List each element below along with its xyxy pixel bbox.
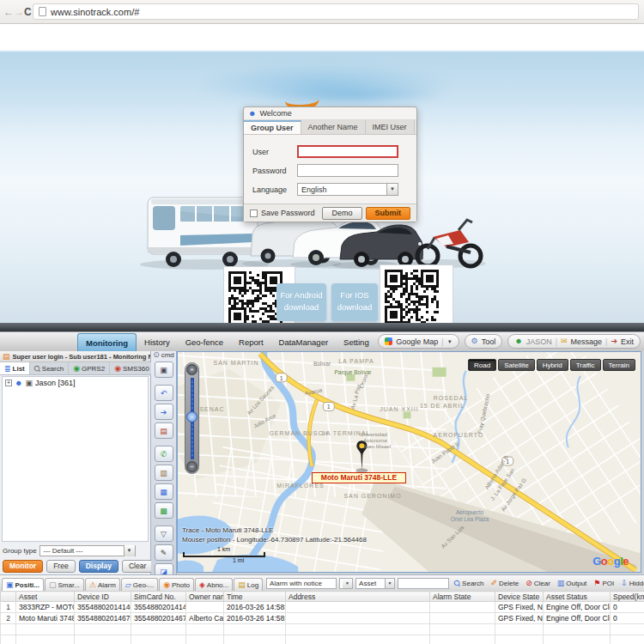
map-zoom-slider[interactable]: + − — [185, 362, 199, 474]
column-header[interactable]: Speed(km/h) — [611, 592, 644, 602]
group-type-select[interactable]: --- Default --- ▼ — [39, 545, 136, 556]
bottom-tab-photo[interactable]: ◉Photo — [159, 578, 194, 591]
zoom-handle[interactable] — [186, 411, 197, 422]
map-provider-select[interactable]: Google Map | ▼ — [378, 334, 459, 349]
poi-button[interactable]: ⚑POI — [591, 577, 617, 589]
column-header[interactable]: SimCard No. — [131, 592, 186, 602]
cmd-button-report[interactable]: ▤ — [155, 422, 173, 439]
cmd-button-phone[interactable]: ✆ — [155, 446, 173, 462]
app-tab-datamanager[interactable]: DataManager — [271, 333, 337, 351]
app-tab-history[interactable]: History — [137, 333, 178, 351]
group-type-value: --- Default --- — [44, 547, 83, 555]
address-bar[interactable]: www.sinotrack.com/# — [33, 3, 639, 20]
bottom-tab-geo-[interactable]: ▱Geo-... — [121, 578, 158, 591]
marker-label[interactable]: Moto Maruti 3748-LLE — [312, 472, 406, 483]
cmd-button-image[interactable]: ▩ — [155, 502, 173, 519]
hidden-button[interactable]: ⇩Hidden — [618, 577, 644, 589]
tree-item-jason[interactable]: + ☻ ▣ Jason [361] — [3, 377, 148, 389]
column-header[interactable]: Asset — [16, 592, 75, 602]
bottom-tab-positi[interactable]: ▣Positi... — [2, 578, 44, 591]
chevron-down-icon[interactable]: ▼ — [447, 339, 453, 344]
photo2-icon: ◉ — [163, 581, 170, 589]
cmd-button-send[interactable]: ➔ — [155, 404, 173, 420]
alarm-notice-combo[interactable]: Alarm with notice — [266, 578, 337, 589]
monitor-button[interactable]: Monitor — [3, 560, 43, 573]
column-header[interactable]: Alarm State — [430, 592, 495, 602]
map-type-hybrid[interactable]: Hybrid — [537, 359, 568, 371]
column-header[interactable]: Owner name — [186, 592, 224, 602]
asset-combo[interactable]: Asset ▼ — [355, 578, 395, 589]
reload-icon[interactable]: C — [24, 0, 32, 24]
table-row[interactable]: 2Moto Maruti 3748-LL35548802014676935548… — [1, 613, 644, 624]
exit-button[interactable]: Exit — [621, 337, 634, 346]
chevron-down-icon[interactable]: ▼ — [386, 184, 398, 195]
map-type-terrain[interactable]: Terrain — [603, 359, 635, 371]
column-header[interactable]: Asset Status — [544, 592, 611, 602]
left-tab-sms360[interactable]: ◉SMS360 — [110, 362, 155, 374]
forward-icon[interactable]: → — [14, 0, 24, 24]
back-icon[interactable]: ← — [3, 0, 14, 24]
user-input[interactable] — [297, 145, 398, 158]
cmd-button-screen[interactable]: ▣ — [155, 361, 173, 378]
display-button[interactable]: Display — [79, 560, 118, 573]
message-button[interactable]: Message — [571, 337, 603, 346]
clear-button[interactable]: Clear — [122, 560, 153, 573]
language-select[interactable]: English ▼ — [297, 183, 398, 196]
delete-button[interactable]: ✐Delete — [488, 577, 521, 589]
save-password-checkbox[interactable] — [250, 210, 258, 217]
map-type-traffic[interactable]: Traffic — [570, 359, 601, 371]
bottom-tab-log[interactable]: ▤Log — [234, 578, 263, 591]
chevron-down-icon[interactable]: ▼ — [124, 545, 135, 556]
page-root: ← → C www.sinotrack.com/# — [0, 0, 644, 644]
bottom-tab-label: Geo-... — [133, 581, 154, 589]
zoom-out-button[interactable]: − — [186, 461, 197, 472]
column-header[interactable]: Device State — [495, 592, 544, 602]
tool-button[interactable]: ⚙ Tool — [465, 334, 503, 349]
left-tab-list[interactable]: ≣List — [0, 362, 30, 374]
free-button[interactable]: Free — [46, 560, 75, 573]
bottom-tab-abno[interactable]: ◈Abno... — [195, 578, 233, 591]
password-input[interactable] — [297, 164, 398, 177]
map-type-satellite[interactable]: Satellite — [498, 359, 534, 371]
tree-expander-icon[interactable]: + — [5, 380, 12, 386]
app-tab-setting[interactable]: Setting — [336, 333, 377, 351]
tab-another-name[interactable]: Another Name — [301, 120, 366, 134]
column-header[interactable] — [1, 592, 16, 602]
cmd-button-reply[interactable]: ↶ — [155, 385, 173, 401]
column-header[interactable]: Time — [224, 592, 286, 602]
bottom-tab-label: Positi... — [15, 581, 39, 589]
table-row[interactable]: 13833RZP - MOTO3554880201414083554880201… — [1, 602, 644, 613]
cmd-button-card[interactable]: ▥ — [155, 465, 173, 481]
zoom-in-button[interactable]: + — [186, 364, 197, 375]
cmd-button-photo[interactable]: ▦ — [155, 483, 173, 500]
login-dialog-title: Welcome — [259, 109, 291, 118]
reply-icon: ↶ — [161, 389, 167, 398]
mini-combo[interactable]: ▼ — [339, 578, 353, 589]
map-type-road[interactable]: Road — [468, 359, 496, 371]
output-button[interactable]: ▥Output — [555, 577, 590, 589]
tab-group-user[interactable]: Group User — [244, 120, 301, 134]
submit-button[interactable]: Submit — [366, 207, 411, 220]
column-header[interactable]: Address — [286, 592, 430, 602]
app-tab-report[interactable]: Report — [231, 333, 271, 351]
left-tab-search[interactable]: ϘSearch — [30, 362, 69, 374]
chevron-down-icon[interactable]: ▼ — [385, 579, 394, 588]
tab-imei-user[interactable]: IMEI User — [366, 120, 415, 134]
search-button[interactable]: ϘSearch — [452, 577, 486, 589]
bottom-tab-alarm[interactable]: ⚠Alarm — [85, 578, 120, 591]
column-header[interactable]: Device ID — [75, 592, 131, 602]
chevron-down-icon[interactable]: ▼ — [343, 579, 352, 588]
cmd-button-pen[interactable]: ✎ — [155, 544, 173, 561]
demo-button[interactable]: Demo — [322, 207, 361, 220]
bottom-controls: Alarm with notice ▼ Asset ▼ ϘSearch✐Dele… — [266, 577, 644, 589]
map-canvas[interactable]: 111 SAN MARTINLA PAMPABolívarParque Bolí… — [177, 351, 641, 573]
asset-search-input[interactable] — [398, 578, 449, 589]
app-tab-monitoring[interactable]: Monitoring — [77, 333, 137, 351]
app-tab-geo-fence[interactable]: Geo-fence — [178, 333, 231, 351]
bottom-tab-smar[interactable]: ▢Smar... — [45, 578, 84, 591]
ios-download-button[interactable]: For IOS download — [331, 283, 378, 321]
left-tab-gprs2[interactable]: ◉GPRS2 — [69, 362, 110, 374]
clear-button[interactable]: ⊘Clear — [523, 577, 553, 589]
android-download-button[interactable]: For Android download — [276, 283, 326, 321]
cmd-button-filter[interactable]: ▽ — [155, 526, 173, 542]
